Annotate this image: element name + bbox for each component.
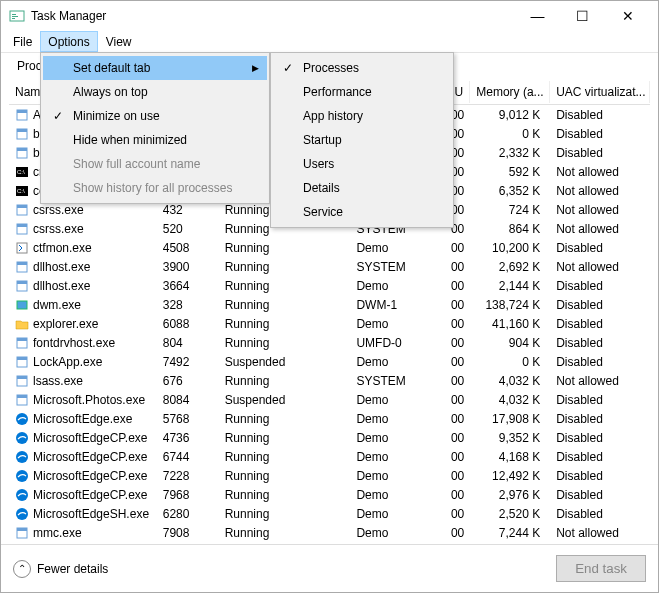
process-icon <box>15 127 29 141</box>
process-icon <box>15 355 29 369</box>
end-task-button[interactable]: End task <box>556 555 646 582</box>
menuitem-label: Hide when minimized <box>73 133 187 147</box>
process-icon <box>15 203 29 217</box>
svg-rect-25 <box>17 338 27 341</box>
cell-pid: 328 <box>157 297 219 313</box>
cell-memory: 138,724 K <box>470 297 550 313</box>
table-row[interactable]: MicrosoftEdgeCP.exe7228RunningDemo0012,4… <box>9 466 650 485</box>
table-row[interactable]: dwm.exe328RunningDWM-100138,724 KDisable… <box>9 295 650 314</box>
cell-status: Running <box>219 316 351 332</box>
cell-uac: Not allowed <box>550 164 650 180</box>
cell-status: Running <box>219 449 351 465</box>
process-icon <box>15 431 29 445</box>
cell-uac: Disabled <box>550 449 650 465</box>
process-icon <box>15 336 29 350</box>
submenu-startup[interactable]: Startup <box>273 128 451 152</box>
cell-cpu: 00 <box>430 297 470 313</box>
cell-cpu: 00 <box>430 506 470 522</box>
process-icon <box>15 241 29 255</box>
cell-cpu: 00 <box>430 259 470 275</box>
process-icon <box>15 298 29 312</box>
cell-user: Demo <box>350 525 430 541</box>
process-name: MicrosoftEdgeCP.exe <box>33 431 148 445</box>
svg-rect-39 <box>17 528 27 531</box>
minimize-button[interactable]: — <box>515 2 560 30</box>
process-icon <box>15 222 29 236</box>
cell-cpu: 00 <box>430 335 470 351</box>
cell-status: Suspended <box>219 392 351 408</box>
cell-cpu: 00 <box>430 468 470 484</box>
cell-user: Demo <box>350 468 430 484</box>
submenu-processes[interactable]: ✓ Processes <box>273 56 451 80</box>
svg-text:C:\: C:\ <box>17 188 25 194</box>
table-row[interactable]: MicrosoftEdgeCP.exe6744RunningDemo004,16… <box>9 447 650 466</box>
table-row[interactable]: Microsoft.Photos.exe8084SuspendedDemo004… <box>9 390 650 409</box>
menuitem-minimize-on-use[interactable]: ✓ Minimize on use <box>43 104 267 128</box>
process-name: MicrosoftEdgeCP.exe <box>33 488 148 502</box>
process-icon: C:\ <box>15 184 29 198</box>
process-name: dllhost.exe <box>33 279 90 293</box>
process-icon <box>15 526 29 540</box>
svg-rect-15 <box>17 205 27 208</box>
menuitem-hide-when-minimized[interactable]: Hide when minimized <box>43 128 267 152</box>
col-uac[interactable]: UAC virtualizat... <box>550 81 650 103</box>
cell-uac: Disabled <box>550 297 650 313</box>
cell-memory: 2,976 K <box>470 487 550 503</box>
process-name: mmc.exe <box>33 526 82 540</box>
cell-status: Running <box>219 411 351 427</box>
process-icon <box>15 412 29 426</box>
menuitem-label: Details <box>303 181 340 195</box>
checkmark-icon: ✓ <box>281 61 295 75</box>
cell-uac: Disabled <box>550 430 650 446</box>
submenu-app-history[interactable]: App history <box>273 104 451 128</box>
cell-user: Demo <box>350 354 430 370</box>
submenu-service[interactable]: Service <box>273 200 451 224</box>
cell-uac: Disabled <box>550 107 650 123</box>
fewer-details-toggle[interactable]: ⌃ Fewer details <box>13 560 556 578</box>
table-row[interactable]: MicrosoftEdgeCP.exe7968RunningDemo002,97… <box>9 485 650 504</box>
process-name: Microsoft.Photos.exe <box>33 393 145 407</box>
cell-memory: 10,200 K <box>470 240 550 256</box>
process-icon <box>15 260 29 274</box>
cell-status: Running <box>219 297 351 313</box>
maximize-button[interactable]: ☐ <box>560 2 605 30</box>
menuitem-label: App history <box>303 109 363 123</box>
fewer-details-label: Fewer details <box>37 562 108 576</box>
col-memory[interactable]: Memory (a... <box>470 81 550 103</box>
menuitem-always-on-top[interactable]: Always on top <box>43 80 267 104</box>
table-row[interactable]: MicrosoftEdgeSH.exe6280RunningDemo002,52… <box>9 504 650 523</box>
menu-file[interactable]: File <box>5 31 40 52</box>
table-row[interactable]: MicrosoftEdgeCP.exe4736RunningDemo009,35… <box>9 428 650 447</box>
submenu-users[interactable]: Users <box>273 152 451 176</box>
cell-memory: 9,012 K <box>470 107 550 123</box>
table-row[interactable]: ctfmon.exe4508RunningDemo0010,200 KDisab… <box>9 238 650 257</box>
menuitem-set-default-tab[interactable]: Set default tab ▶ <box>43 56 267 80</box>
table-row[interactable]: lsass.exe676RunningSYSTEM004,032 KNot al… <box>9 371 650 390</box>
table-row[interactable]: dllhost.exe3664RunningDemo002,144 KDisab… <box>9 276 650 295</box>
svg-point-34 <box>16 451 28 463</box>
cell-pid: 6088 <box>157 316 219 332</box>
cell-memory: 592 K <box>470 164 550 180</box>
cell-cpu: 00 <box>430 240 470 256</box>
process-name: explorer.exe <box>33 317 98 331</box>
table-row[interactable]: fontdrvhost.exe804RunningUMFD-000904 KDi… <box>9 333 650 352</box>
table-row[interactable]: dllhost.exe3900RunningSYSTEM002,692 KNot… <box>9 257 650 276</box>
menu-options[interactable]: Options <box>40 31 97 52</box>
svg-rect-5 <box>17 110 27 113</box>
process-icon <box>15 374 29 388</box>
submenu-performance[interactable]: Performance <box>273 80 451 104</box>
cell-uac: Not allowed <box>550 259 650 275</box>
submenu-details[interactable]: Details <box>273 176 451 200</box>
table-row[interactable]: explorer.exe6088RunningDemo0041,160 KDis… <box>9 314 650 333</box>
cell-status: Running <box>219 430 351 446</box>
table-row[interactable]: MicrosoftEdge.exe5768RunningDemo0017,908… <box>9 409 650 428</box>
cell-cpu: 00 <box>430 392 470 408</box>
table-row[interactable]: LockApp.exe7492SuspendedDemo000 KDisable… <box>9 352 650 371</box>
menuitem-label: Minimize on use <box>73 109 160 123</box>
menu-view[interactable]: View <box>98 31 140 52</box>
cell-memory: 2,520 K <box>470 506 550 522</box>
cell-memory: 864 K <box>470 221 550 237</box>
svg-rect-17 <box>17 224 27 227</box>
table-row[interactable]: mmc.exe7908RunningDemo007,244 KNot allow… <box>9 523 650 542</box>
close-button[interactable]: ✕ <box>605 2 650 30</box>
